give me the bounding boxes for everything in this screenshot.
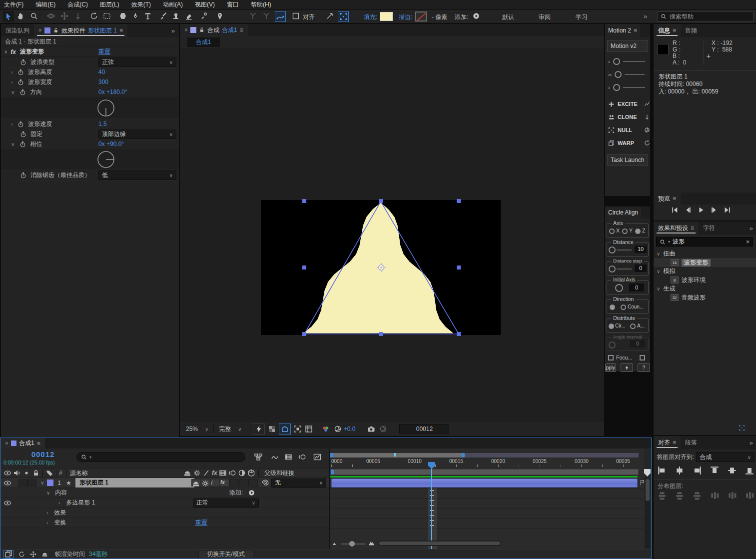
- distance-step-knob[interactable]: [609, 266, 616, 272]
- workspace-default[interactable]: 默认: [502, 13, 514, 22]
- region-of-interest-icon[interactable]: [294, 425, 302, 433]
- contents-row[interactable]: ∨ 内容 添加:: [0, 488, 329, 498]
- row-chevron[interactable]: ∨: [11, 90, 14, 95]
- effects-row[interactable]: › 效果: [0, 508, 329, 518]
- clone-button[interactable]: CLONE: [608, 112, 650, 122]
- motion-slider-inout[interactable]: ›‹: [608, 70, 650, 79]
- vertical-scrollbar[interactable]: [645, 478, 650, 548]
- next-frame-button[interactable]: [711, 206, 718, 214]
- excite-side-icon[interactable]: [644, 101, 650, 107]
- row-chevron[interactable]: ›: [11, 80, 12, 85]
- show-snapshot-icon[interactable]: [379, 425, 387, 433]
- camera-tool[interactable]: [103, 12, 111, 20]
- menu-file[interactable]: 文件(F): [4, 0, 23, 9]
- menu-edit[interactable]: 编辑(E): [35, 0, 55, 9]
- layer-name-selected[interactable]: 形状图层 1: [75, 478, 194, 488]
- motion-slider-in[interactable]: ‹: [608, 57, 650, 66]
- stopwatch-icon[interactable]: [17, 69, 24, 76]
- type-tool[interactable]: [144, 12, 152, 20]
- align-right-button[interactable]: [693, 466, 702, 475]
- slider-knob[interactable]: [615, 71, 622, 78]
- previous-frame-button[interactable]: [685, 206, 692, 214]
- initial-axis-value[interactable]: 0: [629, 284, 644, 292]
- panel-menu-icon[interactable]: ≡: [673, 27, 676, 34]
- search-help-box[interactable]: 搜索帮助: [657, 12, 754, 22]
- phase-dial[interactable]: [96, 150, 116, 170]
- resolution-dropdown[interactable]: 完整∨: [219, 425, 241, 434]
- layer-expand-chevron[interactable]: ∨: [40, 480, 44, 486]
- zoom-tool[interactable]: [30, 12, 38, 20]
- frame-blending-icon[interactable]: [284, 453, 292, 461]
- motion-blur-icon[interactable]: [298, 453, 306, 461]
- panel-menu-icon[interactable]: ≡: [673, 195, 676, 202]
- shy-switch[interactable]: [191, 479, 201, 486]
- frame-cycle-icon[interactable]: [18, 551, 25, 558]
- tab-timeline-comp1[interactable]: × 合成1 ≡: [0, 438, 45, 448]
- composition-mini-flowchart-icon[interactable]: [254, 453, 262, 461]
- direction-dial[interactable]: [96, 98, 116, 118]
- fast-preview-icon[interactable]: [253, 424, 265, 434]
- align-to-dropdown[interactable]: 合成∨: [696, 452, 755, 462]
- layer-color-swatch[interactable]: [47, 480, 53, 486]
- excite-button[interactable]: EXCITE: [608, 99, 650, 109]
- panel-menu-icon[interactable]: ≡: [37, 440, 40, 447]
- group-simulation[interactable]: ∨模拟: [654, 267, 756, 276]
- motion-slider-out[interactable]: ›: [608, 83, 650, 92]
- tab-render-queue[interactable]: 渲染队列: [1, 24, 34, 37]
- horizontal-scrollbar[interactable]: [378, 540, 501, 546]
- stopwatch-icon[interactable]: [19, 141, 26, 148]
- distribute-circle-radio[interactable]: [609, 324, 614, 329]
- add-shape-icon[interactable]: [248, 490, 255, 496]
- current-time-display[interactable]: 00012: [15, 450, 70, 458]
- align-hcenter-button[interactable]: [675, 466, 684, 475]
- layer-visibility-eye[interactable]: [3, 479, 11, 487]
- clone-stamp-tool[interactable]: [172, 12, 180, 20]
- exposure-reset-icon[interactable]: [334, 425, 342, 433]
- blend-mode-dropdown[interactable]: 正常∨: [193, 498, 259, 508]
- menu-composition[interactable]: 合成(C): [67, 0, 88, 9]
- pen-tool[interactable]: [131, 12, 139, 20]
- comp-marker-bin-icon[interactable]: [639, 480, 644, 486]
- axis-x-radio[interactable]: [609, 228, 615, 234]
- work-area-start-handle[interactable]: [331, 470, 334, 474]
- lock-open-icon[interactable]: [53, 28, 59, 34]
- group-generate[interactable]: ∨生成: [654, 284, 756, 293]
- direction-ccw-radio[interactable]: [621, 304, 626, 310]
- transfer-modes-icon[interactable]: [30, 551, 36, 558]
- warp-button[interactable]: WARP: [608, 138, 650, 148]
- polystar-visibility-eye[interactable]: [3, 499, 11, 507]
- channel-rgb-icon[interactable]: [322, 425, 330, 433]
- stopwatch-icon[interactable]: [20, 131, 26, 138]
- rotation-tool[interactable]: [90, 12, 98, 20]
- tab-effect-controls[interactable]: × 效果控件 形状图层 1 ≡: [34, 24, 127, 37]
- contents-chevron[interactable]: ∨: [46, 490, 50, 496]
- lock-open-icon[interactable]: [199, 27, 205, 33]
- local-axis-mode[interactable]: [249, 12, 257, 20]
- work-area-bar[interactable]: [330, 469, 639, 475]
- view-axis-mode[interactable]: [275, 11, 286, 22]
- stopwatch-icon[interactable]: [20, 172, 26, 178]
- lightning-button[interactable]: [621, 364, 633, 372]
- menu-layer[interactable]: 图层(L): [100, 0, 119, 9]
- menu-view[interactable]: 视图(V): [195, 0, 215, 9]
- draft3d-icon[interactable]: [271, 453, 279, 461]
- graph-editor-icon[interactable]: [313, 453, 321, 461]
- effects-search-box[interactable]: ▾ 波形 ×: [656, 237, 753, 246]
- cube-3d-switch[interactable]: [248, 479, 258, 486]
- tab-paragraph[interactable]: 段落: [681, 436, 702, 449]
- viewer-area[interactable]: [180, 48, 604, 422]
- tab-align[interactable]: 对齐 ≡: [654, 436, 681, 449]
- fill-label[interactable]: 填充:: [364, 13, 377, 22]
- zoom-in-mountain-icon[interactable]: [368, 540, 375, 546]
- null-side-icon[interactable]: [644, 127, 650, 133]
- shy-layers-icon[interactable]: [41, 551, 48, 558]
- null-button[interactable]: NULL: [608, 125, 650, 135]
- wave-type-dropdown[interactable]: 正弦∨: [98, 58, 176, 67]
- stopwatch-icon[interactable]: [17, 121, 24, 128]
- stroke-width-label[interactable]: - 像素: [432, 13, 447, 22]
- distance-knob[interactable]: [609, 246, 616, 254]
- comp-marker-button[interactable]: [644, 469, 651, 476]
- distribute-hcenter-button[interactable]: [728, 491, 737, 500]
- stopwatch-icon[interactable]: [17, 79, 24, 86]
- tab-circle-align[interactable]: Circle Align: [605, 206, 641, 218]
